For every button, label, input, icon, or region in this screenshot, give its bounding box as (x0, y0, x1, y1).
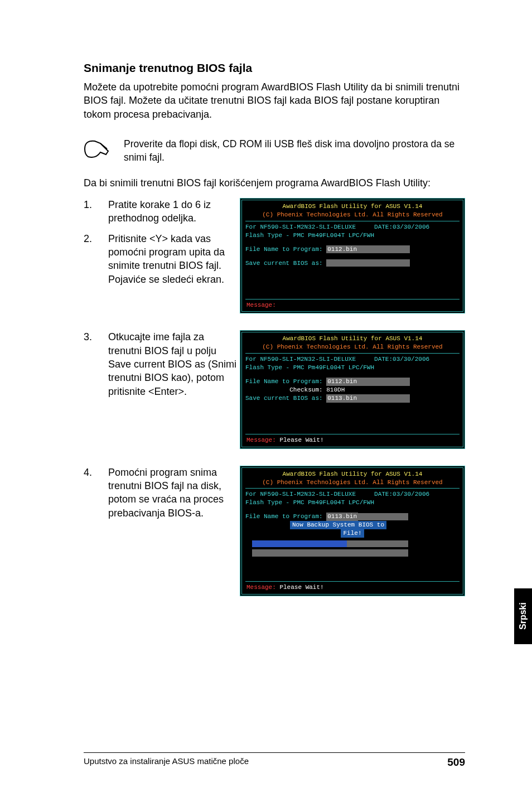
term-checksum-label: Checksum: (289, 386, 322, 393)
term-flash-type: Flash Type - PMC Pm49FL004T LPC/FWH (245, 364, 374, 371)
lead-text: Da bi snimili trenutni BIOS fajl korišće… (84, 177, 465, 189)
section-heading: Snimanje trenutnog BIOS fajla (84, 61, 465, 75)
intro-paragraph: Možete da upotrebite pomoćni program Awa… (84, 80, 465, 121)
progress-track (252, 549, 408, 557)
step-1: 1. Pratite korake 1 do 6 iz prethodnog o… (84, 198, 240, 225)
term-save-value (326, 259, 410, 267)
step-text: Pomoćni program snima trenutni BIOS fajl… (108, 466, 240, 520)
step-number: 4. (84, 466, 108, 520)
progress-fill (252, 540, 347, 547)
term-board: For NF590-SLI-M2N32-SLI-DELUXE (245, 224, 356, 230)
note-text: Proverite da flopi disk, CD ROM ili USB … (124, 138, 465, 164)
term-message-label: Message: (246, 302, 276, 308)
term-title: AwardBIOS Flash Utility for ASUS V1.14 (283, 471, 423, 477)
step-number: 3. (84, 330, 108, 398)
progress-empty (347, 540, 408, 547)
step-4: 4. Pomoćni program snima trenutni BIOS f… (84, 466, 240, 520)
term-save-label: Save current BIOS as: (245, 395, 323, 402)
step-3: 3. Otkucajte ime fajla za trenutni BIOS … (84, 330, 240, 398)
term-backup-line2: File! (341, 529, 364, 538)
term-date: DATE:03/30/2006 (374, 356, 429, 363)
note-block: Proverite da flopi disk, CD ROM ili USB … (84, 138, 465, 164)
term-save-label: Save current BIOS as: (245, 260, 323, 267)
term-filename-label: File Name to Program: (245, 246, 323, 253)
terminal-screenshot-2: AwardBIOS Flash Utility for ASUS V1.14 (… (240, 330, 465, 448)
progress-bar (252, 540, 460, 548)
term-copyright: (C) Phoenix Technologies Ltd. All Rights… (262, 344, 442, 350)
term-filename-label: File Name to Program: (245, 513, 323, 520)
term-title: AwardBIOS Flash Utility for ASUS V1.14 (283, 203, 423, 210)
term-copyright: (C) Phoenix Technologies Ltd. All Rights… (262, 479, 442, 486)
term-message-text: Please Wait! (279, 584, 323, 591)
term-flash-type: Flash Type - PMC Pm49FL004T LPC/FWH (245, 232, 374, 239)
page-number: 509 (447, 756, 465, 769)
step-text: Pritisnite <Y> kada vas pomoćni program … (108, 232, 240, 286)
step-2: 2. Pritisnite <Y> kada vas pomoćni progr… (84, 232, 240, 286)
step-number: 2. (84, 232, 108, 286)
term-checksum-value: 810DH (326, 386, 345, 393)
term-copyright: (C) Phoenix Technologies Ltd. All Rights… (262, 211, 442, 218)
language-tab: Srpski (514, 588, 532, 644)
term-filename-label: File Name to Program: (245, 378, 323, 385)
terminal-screenshot-3: AwardBIOS Flash Utility for ASUS V1.14 (… (240, 466, 465, 596)
term-board: For NF590-SLI-M2N32-SLI-DELUXE (245, 356, 356, 363)
term-filename-value: 0112.bin (326, 378, 410, 386)
term-board: For NF590-SLI-M2N32-SLI-DELUXE (245, 491, 356, 497)
terminal-screenshot-1: AwardBIOS Flash Utility for ASUS V1.14 (… (240, 198, 465, 313)
term-message-text: Please Wait! (279, 437, 323, 443)
step-text: Otkucajte ime fajla za trenutni BIOS faj… (108, 330, 240, 398)
step-number: 1. (84, 198, 108, 225)
term-message-label: Message: (246, 437, 276, 443)
footer-title: Uputstvo za instaliranje ASUS matične pl… (84, 756, 249, 769)
term-filename-value: 0113.bin (326, 513, 358, 521)
term-backup-line1: Now Backup System BIOS to (290, 521, 386, 529)
term-save-value: 0113.bin (326, 394, 410, 403)
step-text: Pratite korake 1 do 6 iz prethodnog odel… (108, 198, 240, 225)
term-date: DATE:03/30/2006 (374, 224, 429, 230)
term-filename-pad (358, 513, 408, 520)
term-flash-type: Flash Type - PMC Pm49FL004T LPC/FWH (245, 499, 374, 506)
term-title: AwardBIOS Flash Utility for ASUS V1.14 (283, 335, 423, 342)
term-filename-value: 0112.bin (326, 245, 410, 254)
term-message-label: Message: (246, 584, 276, 591)
note-hand-icon (84, 138, 110, 160)
term-date: DATE:03/30/2006 (374, 491, 429, 497)
page-footer: Uputstvo za instaliranje ASUS matične pl… (84, 752, 465, 769)
